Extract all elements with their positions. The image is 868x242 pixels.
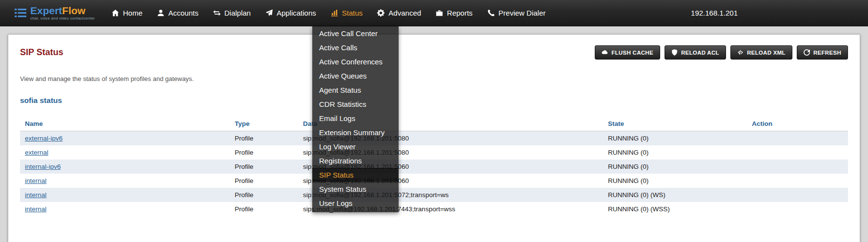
shield-icon [671,49,678,56]
button-label: FLUSH CACHE [611,50,653,56]
refresh-button[interactable]: REFRESH [797,45,848,60]
code-icon [737,49,744,56]
brand-logo[interactable]: ExpertFlow chat, voice and video contact… [15,5,97,20]
nav-item-home[interactable]: Home [104,0,150,26]
brand-name-secondary: Flow [62,5,85,16]
table-row: internal Profile sip:mod_sofia@192.168.1… [20,188,848,202]
brand-tagline: chat, voice and video contactcenter [30,17,95,20]
nav-item-label: Status [342,9,363,17]
table-header-row: Name Type Data State Action [20,117,848,131]
menu-item-sip-status[interactable]: SIP Status [312,168,399,182]
nav-item-label: Preview Dialer [499,9,546,17]
sofia-status-table: Name Type Data State Action external-ipv… [20,117,848,216]
home-icon [112,9,119,17]
user-icon [157,9,164,17]
menu-item-active-call-center[interactable]: Active Call Center [312,26,399,40]
column-header-type: Type [230,117,298,131]
action-cell [747,202,848,216]
nav-item-accounts[interactable]: Accounts [150,0,206,26]
menu-item-extension-summary[interactable]: Extension Summary [312,125,399,140]
profile-link[interactable]: external-ipv6 [25,135,62,142]
brand-name-primary: Expert [30,5,62,16]
table-row: internal Profile sip:mod_sofia@192.168.1… [20,174,848,188]
type-cell: Profile [230,202,298,216]
menu-item-registrations[interactable]: Registrations [312,154,399,168]
nav-item-applications[interactable]: Applications [258,0,323,26]
menu-item-user-logs[interactable]: User Logs [312,196,399,210]
paper-plane-icon [265,9,273,17]
bar-chart-icon [331,9,338,17]
nav-item-label: Dialplan [224,9,251,17]
menu-item-active-queues[interactable]: Active Queues [312,69,399,83]
action-cell [747,145,848,160]
reload-acl-button[interactable]: RELOAD ACL [665,45,726,60]
action-cell [747,160,848,174]
server-ip-address: 192.168.1.201 [691,9,738,17]
page-title: SIP Status [20,47,63,58]
nav-item-label: Home [123,9,142,17]
nav-item-dialplan[interactable]: Dialplan [206,0,258,26]
flush-cache-icon [602,49,608,56]
list-logo-icon [15,8,26,18]
menu-item-log-viewer[interactable]: Log Viewer [312,140,399,154]
type-cell: Profile [230,145,298,160]
top-navigation-bar: ExpertFlow chat, voice and video contact… [0,0,868,26]
exchange-arrows-icon [213,9,221,17]
nav-item-label: Advanced [388,9,421,17]
action-cell [747,188,848,202]
button-label: RELOAD XML [747,50,786,56]
menu-item-active-conferences[interactable]: Active Conferences [312,55,399,69]
type-cell: Profile [230,174,298,188]
state-cell: RUNNING (0) [603,160,747,174]
page-header: SIP Status FLUSH CACHE RELOAD ACL RELOAD… [20,45,848,60]
reload-xml-button[interactable]: RELOAD XML [730,45,792,60]
table-row: external Profile sip:mod_sofia@192.168.1… [20,145,848,160]
profile-link[interactable]: internal-ipv6 [25,163,61,170]
briefcase-icon [436,9,443,17]
nav-item-label: Reports [447,9,473,17]
nav-item-preview-dialer[interactable]: Preview Dialer [480,0,553,26]
main-content-card: SIP Status FLUSH CACHE RELOAD ACL RELOAD… [8,34,860,242]
menu-item-email-logs[interactable]: Email Logs [312,111,399,125]
toolbar: FLUSH CACHE RELOAD ACL RELOAD XML REFRES… [595,45,848,60]
column-header-state: State [603,117,747,131]
state-cell: RUNNING (0) (WSS) [603,202,747,216]
action-cell [747,174,848,188]
nav-item-status[interactable]: Status [323,0,370,26]
phone-icon [487,9,495,17]
status-dropdown-menu: Active Call Center Active Calls Active C… [312,26,399,212]
button-label: REFRESH [813,50,841,56]
nav-item-advanced[interactable]: Advanced [370,0,428,26]
action-cell [747,131,848,146]
page-description: View and manage the status of system pro… [20,75,848,82]
gear-icon [377,9,384,17]
menu-item-active-calls[interactable]: Active Calls [312,40,399,55]
nav-item-label: Accounts [168,9,199,17]
column-header-name: Name [20,117,230,131]
state-cell: RUNNING (0) [603,174,747,188]
menu-item-agent-status[interactable]: Agent Status [312,83,399,97]
state-cell: RUNNING (0) [603,145,747,160]
profile-link[interactable]: internal [25,177,46,184]
column-header-action: Action [747,117,848,131]
menu-item-cdr-statistics[interactable]: CDR Statistics [312,97,399,111]
type-cell: Profile [230,160,298,174]
type-cell: Profile [230,131,298,146]
state-cell: RUNNING (0) (WS) [603,188,747,202]
menu-item-system-status[interactable]: System Status [312,182,399,196]
profile-link[interactable]: internal [25,205,46,213]
nav-item-reports[interactable]: Reports [428,0,480,26]
profile-link[interactable]: internal [25,191,46,199]
nav-item-label: Applications [277,9,316,17]
button-label: RELOAD ACL [681,50,719,56]
main-menu: Home Accounts Dialplan Applications Stat… [104,0,553,26]
sofia-status-heading: sofia status [20,96,848,105]
type-cell: Profile [230,188,298,202]
table-row: external-ipv6 Profile sip:mod_sofia@192.… [20,131,848,146]
refresh-icon [804,49,810,56]
brand-text: ExpertFlow chat, voice and video contact… [30,5,95,20]
table-row: internal Profile sips:mod_sofia@192.168.… [20,202,848,216]
profile-link[interactable]: external [25,149,48,156]
flush-cache-button[interactable]: FLUSH CACHE [595,45,660,60]
state-cell: RUNNING (0) [603,131,747,146]
